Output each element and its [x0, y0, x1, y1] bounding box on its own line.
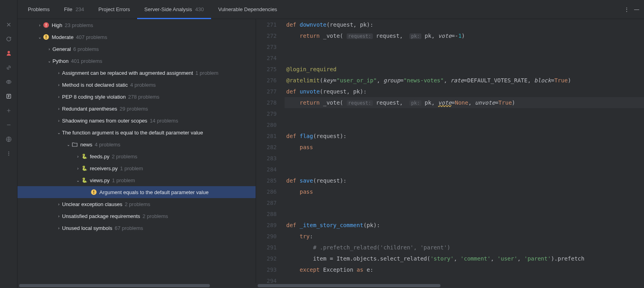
tab-label: Problems	[28, 6, 50, 12]
eye-icon[interactable]	[5, 78, 13, 86]
line-number: 284	[256, 164, 277, 175]
tree-item[interactable]: ›Method is not declared static4 problems	[17, 79, 256, 91]
code-scrollbar[interactable]	[256, 283, 644, 288]
tab-vulnerable-dependencies[interactable]: Vulnerable Dependencies	[211, 0, 284, 19]
code-line[interactable]	[285, 275, 644, 283]
code-line[interactable]: try:	[285, 231, 644, 242]
code-line[interactable]	[285, 41, 644, 53]
chevron-down-icon[interactable]: ⌄	[37, 35, 43, 39]
refresh-icon[interactable]	[5, 35, 13, 43]
code-line[interactable]: def save(request):	[285, 175, 644, 186]
code-line[interactable]	[285, 53, 644, 64]
tree-scrollbar[interactable]	[17, 283, 256, 288]
tree-item[interactable]: ›!High23 problems	[17, 19, 256, 31]
svg-point-0	[8, 51, 10, 53]
tree-label: Assignment can be replaced with augmente…	[62, 70, 193, 76]
chevron-right-icon[interactable]: ›	[56, 71, 62, 75]
tree-item[interactable]: ›Redundant parentheses29 problems	[17, 103, 256, 115]
minimize-icon[interactable]: —	[634, 6, 639, 12]
code-line[interactable]: @login_required	[285, 64, 644, 75]
tree-item[interactable]: ⌄The function argument is equal to the d…	[17, 126, 256, 138]
line-number: 276	[256, 75, 277, 86]
code-line[interactable]	[285, 164, 644, 175]
collapse-icon[interactable]	[5, 121, 13, 129]
tree-item[interactable]: ›General6 problems	[17, 43, 256, 55]
tree-count: 2 problems	[112, 154, 137, 160]
line-number: 289	[256, 220, 277, 231]
code-line[interactable]: def downvote(request, pk):	[285, 19, 644, 30]
tree-label: Unclear exception clauses	[62, 201, 122, 207]
tree-item[interactable]: ›Shadowing names from outer scopes14 pro…	[17, 115, 256, 126]
code-line[interactable]: def unvote(request, pk):	[285, 86, 644, 97]
chevron-down-icon[interactable]: ⌄	[65, 142, 72, 147]
tree-item[interactable]: ›Unsatisfied package requirements2 probl…	[17, 210, 256, 222]
chevron-right-icon[interactable]: ›	[56, 107, 62, 111]
tabs-bar: ProblemsFile234Project ErrorsServer-Side…	[17, 0, 644, 19]
code-line[interactable]: # .prefetch_related('children', 'parent'…	[285, 242, 644, 253]
tree-item[interactable]: ›Unused local symbols67 problems	[17, 222, 256, 234]
globe-icon[interactable]	[5, 135, 13, 143]
svg-point-4	[8, 152, 9, 152]
line-number: 283	[256, 153, 277, 164]
code-line[interactable]: item = Item.objects.select_related('stor…	[285, 253, 644, 264]
chevron-right-icon[interactable]: ›	[56, 95, 62, 99]
tree-item[interactable]: !Argument equals to the default paramete…	[17, 186, 256, 198]
tree-item[interactable]: ›PEP 8 coding style violation278 problem…	[17, 91, 256, 103]
code-line[interactable]	[285, 197, 644, 208]
chevron-right-icon[interactable]: ›	[56, 214, 62, 218]
chevron-down-icon[interactable]: ⌄	[56, 130, 62, 135]
user-icon[interactable]	[5, 49, 13, 57]
code-line[interactable]: @ratelimit(key="user_or_ip", group="news…	[285, 75, 644, 86]
svg-point-1	[8, 81, 10, 83]
tree-item[interactable]: ⌄Python401 problems	[17, 55, 256, 67]
code-line[interactable]: return _vote( request: request, pk: pk, …	[285, 30, 644, 41]
problems-tree: ›!High23 problems⌄!Moderate407 problems›…	[17, 19, 256, 283]
tab-problems[interactable]: Problems	[21, 0, 57, 19]
tab-file[interactable]: File234	[57, 0, 91, 19]
tree-item[interactable]: ⌄🐍views.py1 problem	[17, 174, 256, 186]
chevron-right-icon[interactable]: ›	[56, 202, 62, 206]
code-line[interactable]: def flag(request):	[285, 130, 644, 142]
chevron-right-icon[interactable]: ›	[56, 119, 62, 123]
close-icon[interactable]	[5, 21, 13, 29]
book-icon[interactable]	[5, 92, 13, 100]
chevron-right-icon[interactable]: ›	[56, 83, 62, 87]
tab-server-side-analysis[interactable]: Server-Side Analysis430	[137, 0, 211, 19]
more-icon[interactable]	[5, 150, 13, 158]
code-line[interactable]	[285, 208, 644, 220]
tree-label: Method is not declared static	[62, 82, 128, 88]
more-icon[interactable]: ⋮	[624, 6, 629, 12]
tree-label: PEP 8 coding style violation	[62, 94, 126, 100]
tree-item[interactable]: ⌄!Moderate407 problems	[17, 31, 256, 43]
line-number: 274	[256, 53, 277, 64]
code-line[interactable]: return _vote( request: request, pk: pk, …	[285, 97, 644, 108]
code-line[interactable]: def _item_story_comment(pk):	[285, 220, 644, 231]
line-number: 291	[256, 242, 277, 253]
tree-item[interactable]: ›Unclear exception clauses2 problems	[17, 198, 256, 210]
chevron-right-icon[interactable]: ›	[75, 166, 81, 171]
svg-point-6	[8, 155, 9, 156]
code-line[interactable]: pass	[285, 186, 644, 197]
tree-label: Unsatisfied package requirements	[62, 213, 140, 219]
tree-item[interactable]: ›🐍receivers.py1 problem	[17, 162, 256, 174]
chevron-down-icon[interactable]: ⌄	[75, 178, 81, 183]
code-line[interactable]	[285, 108, 644, 119]
chevron-right-icon[interactable]: ›	[56, 226, 62, 230]
code-line[interactable]: pass	[285, 142, 644, 153]
tree-item[interactable]: ⌄news4 problems	[17, 138, 256, 150]
line-number: 275	[256, 64, 277, 75]
code-line[interactable]: except Exception as e:	[285, 264, 644, 275]
code-line[interactable]	[285, 153, 644, 164]
line-number: 273	[256, 41, 277, 53]
code-line[interactable]	[285, 119, 644, 130]
tree-item[interactable]: ›🐍feeds.py2 problems	[17, 150, 256, 162]
tree-item[interactable]: ›Assignment can be replaced with augment…	[17, 67, 256, 79]
chevron-right-icon[interactable]: ›	[37, 23, 43, 27]
chevron-down-icon[interactable]: ⌄	[46, 59, 52, 63]
svg-point-5	[8, 153, 9, 154]
chevron-right-icon[interactable]: ›	[75, 154, 81, 159]
tab-project-errors[interactable]: Project Errors	[91, 0, 137, 19]
link-icon[interactable]	[5, 64, 13, 72]
chevron-right-icon[interactable]: ›	[46, 47, 52, 51]
expand-icon[interactable]	[5, 107, 13, 115]
